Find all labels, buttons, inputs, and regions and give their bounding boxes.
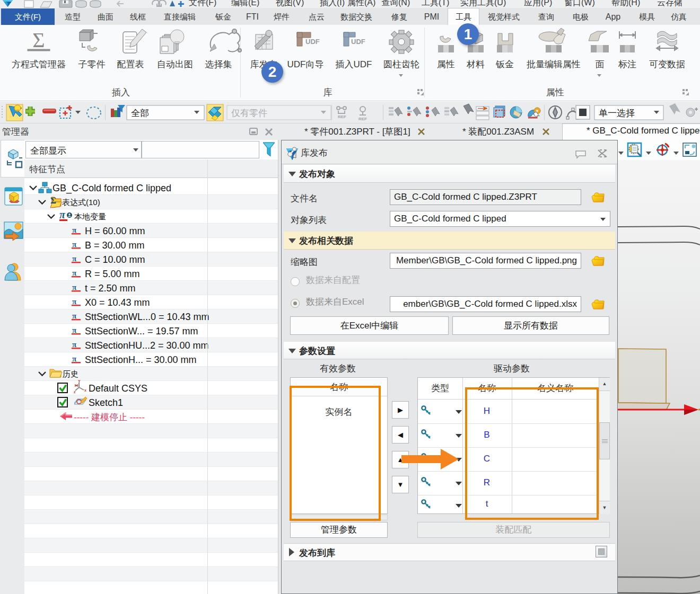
svg-text:UDF: UDF	[351, 38, 365, 46]
svg-text:UDF: UDF	[305, 38, 320, 46]
svg-text:z: z	[74, 390, 76, 394]
svg-text:Σ: Σ	[50, 196, 56, 206]
svg-text:Σ: Σ	[32, 28, 45, 52]
svg-text:π: π	[59, 209, 66, 220]
svg-text:Y: Y	[78, 379, 81, 383]
svg-text:REF: REF	[338, 114, 346, 119]
svg-text:x: x	[84, 388, 86, 392]
svg-text:REF: REF	[358, 117, 367, 121]
